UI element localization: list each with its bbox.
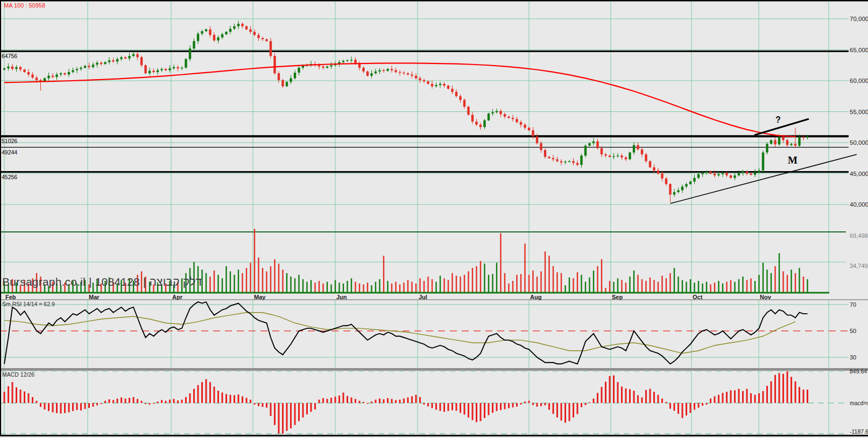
macd-bar [294, 403, 296, 425]
candle-body [136, 54, 138, 58]
macd-bar [64, 403, 66, 413]
macd-bar [189, 393, 191, 403]
volume-bar [286, 273, 287, 292]
candle-body [576, 163, 578, 165]
candle-body [157, 70, 159, 72]
candle-body [806, 137, 808, 138]
candle-body [350, 60, 352, 60]
candle-body [213, 35, 215, 40]
volume-bar [351, 278, 352, 292]
macd-bar [282, 403, 284, 434]
rsi-pane [0, 300, 849, 368]
macd-bar [633, 391, 635, 403]
volume-bar [653, 280, 654, 292]
volume-bar [484, 264, 485, 292]
volume-bar [564, 285, 566, 292]
candle-body [439, 84, 441, 85]
macd-bar [262, 403, 264, 407]
candle-body [790, 144, 792, 145]
macd-bar [472, 403, 474, 420]
candle-body [427, 81, 429, 84]
macd-bar [222, 393, 223, 403]
candle-body [496, 111, 498, 112]
volume-bar [254, 229, 255, 292]
stock-chart-canvas: 70,00065,00060,00055,00050,00045,00040,0… [0, 0, 868, 438]
volume-bar [658, 282, 659, 292]
volume-bar [512, 281, 513, 292]
macd-bar [104, 401, 106, 403]
macd-bar [690, 403, 691, 413]
price-tick-label: 50,000 [850, 139, 868, 146]
macd-bar [650, 389, 651, 403]
candle-body [697, 174, 700, 178]
candle-body [15, 67, 17, 69]
volume-bar [480, 261, 481, 292]
candle-body [346, 60, 348, 61]
candle-body [7, 67, 9, 68]
candle-body [302, 66, 304, 67]
macd-bar [782, 374, 784, 403]
volume-bar [306, 282, 307, 292]
candle-body [681, 187, 683, 190]
volume-bar [520, 274, 521, 292]
candle-body [318, 65, 320, 66]
candle-body [383, 70, 385, 70]
volume-bar [585, 282, 586, 292]
candle-body [560, 161, 562, 163]
candle-body [140, 57, 143, 65]
candle-body [528, 128, 530, 130]
candle-body [754, 172, 756, 175]
candle-body [661, 174, 663, 179]
candle-body [471, 115, 474, 122]
macd-bar [32, 397, 33, 403]
macd-bar [52, 403, 54, 412]
volume-bar [763, 263, 764, 292]
candle-body [604, 154, 606, 156]
candle-body [592, 142, 595, 143]
volume-gridline-label: 69,498 [850, 232, 868, 239]
macd-bar [145, 403, 146, 404]
volume-bar [718, 281, 719, 292]
candle-body [629, 152, 631, 159]
macd-bar [387, 398, 389, 403]
macd-bar [694, 403, 695, 409]
macd-bar [669, 403, 671, 409]
volume-bar [690, 279, 691, 292]
month-label: Oct [693, 294, 703, 300]
volume-bar [702, 284, 703, 292]
macd-bar [173, 399, 175, 403]
macd-bar [771, 382, 772, 403]
volume-bar [367, 282, 368, 292]
macd-bar [573, 403, 574, 418]
volume-bar [545, 251, 546, 292]
candle-body [750, 174, 752, 175]
candle-body [556, 159, 558, 161]
price-tick-label: 60,000 [850, 77, 868, 84]
macd-level-label: 849.64 [850, 368, 867, 375]
macd-bar [165, 401, 167, 403]
macd-bar [653, 392, 655, 403]
volume-bar [601, 259, 602, 292]
macd-bar [254, 403, 256, 405]
macd-bar [60, 403, 62, 414]
candle-body [479, 125, 482, 128]
macd-bar [754, 395, 756, 403]
candle-body [149, 71, 151, 74]
volume-bar [758, 275, 759, 292]
volume-bar [468, 271, 469, 292]
volume-bar [411, 282, 412, 292]
volume-bar [274, 259, 275, 292]
candle-body [411, 75, 413, 76]
volume-bar [561, 273, 562, 292]
support-resistance-label: 64756 [2, 53, 17, 59]
candle-body [467, 107, 469, 115]
pane-divider [0, 368, 868, 371]
candle-body [63, 73, 66, 74]
macd-bar [581, 403, 582, 407]
candle-body [160, 69, 163, 70]
price-tick-label: 45,000 [850, 171, 868, 177]
volume-bar [714, 282, 715, 292]
macd-bar [613, 376, 615, 403]
volume-bar [540, 271, 541, 292]
macd-bar [803, 390, 805, 403]
